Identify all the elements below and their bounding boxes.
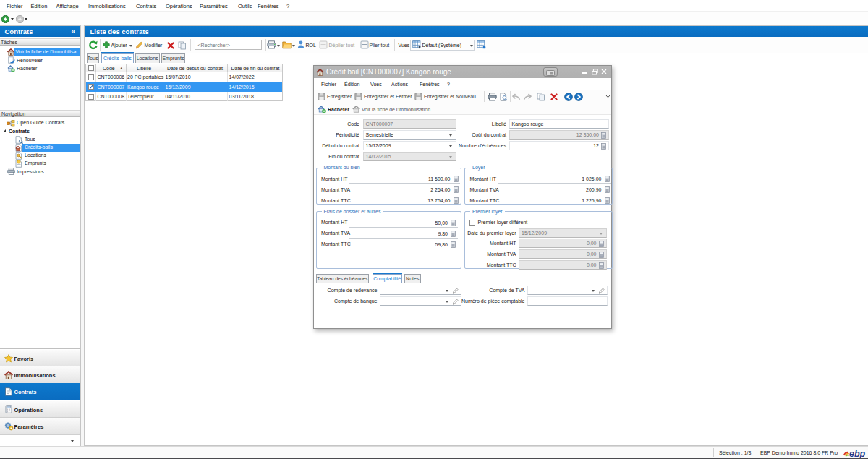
svg-text:ebp: ebp (849, 449, 866, 458)
